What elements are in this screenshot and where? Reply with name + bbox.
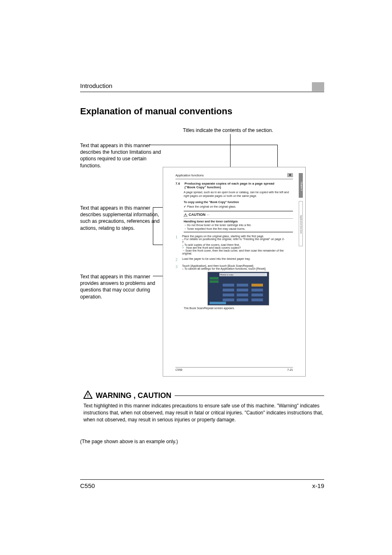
conventions-diagram: Titles indicate the contents of the sect… (80, 127, 324, 382)
sample-section-title: Producing separate copies of each page i… (184, 182, 283, 189)
blue-button (223, 284, 234, 287)
count-label: 1 (265, 273, 266, 276)
svg-text:!: ! (87, 393, 89, 398)
side-tab-section: Application functions (299, 201, 303, 246)
bottom-tabs (210, 302, 226, 304)
callout-supplemental: Text that appears in this manner describ… (80, 205, 162, 231)
example-note: (The page shown above is an example only… (80, 439, 324, 444)
after-screenshot-text: The Book Scan/Repeat screen appears. (184, 307, 293, 310)
arrow-right-icon: → (184, 227, 187, 231)
caution-subtitle: Handling toner and the toner cartridges (184, 220, 293, 223)
blue-button (237, 284, 248, 287)
step1a-text: For details on positioning the original,… (182, 238, 285, 243)
orange-button (251, 284, 263, 287)
blue-button (223, 294, 234, 296)
arrow-right-icon: → (184, 223, 187, 227)
warning-block: ! WARNING , CAUTION Text highlighted in … (83, 391, 324, 423)
page-tab (312, 82, 324, 91)
green-button (210, 277, 219, 280)
page-header: Introduction (80, 82, 324, 92)
horizontal-rule (175, 395, 324, 396)
step-number: 3 (175, 264, 181, 269)
footer-page-number: x-19 (312, 482, 324, 489)
chapter-number-box: 8 (287, 173, 293, 177)
caution-line: Do not throw toner or the toner cartridg… (187, 224, 251, 227)
warning-triangle-icon: ! (83, 391, 92, 401)
sample-footer-left: C550 (175, 368, 182, 371)
warning-title: WARNING , CAUTION (96, 391, 171, 400)
blue-button (251, 294, 263, 296)
leader-line (149, 145, 277, 145)
step1-text: Place the pages on the original glass, s… (182, 235, 264, 238)
footer-model: C550 (80, 482, 95, 489)
callout-answers: Text that appears in this manner provide… (80, 273, 162, 300)
caution-line: Toner expelled from the fire may cause b… (187, 227, 245, 230)
blue-button (223, 298, 234, 301)
blue-button (251, 298, 263, 301)
step1q-text: How are the front and back covers copied… (186, 246, 241, 249)
titles-caption: Titles indicate the contents of the sect… (183, 127, 273, 133)
sample-subhead: To copy using the "Book Copy" function (184, 200, 293, 204)
section-title: Explanation of manual conventions (80, 106, 324, 117)
arrow-right-icon: → (182, 249, 185, 252)
step2-text: Load the paper to be used into the desir… (182, 257, 285, 260)
step-number: 2 (175, 257, 181, 262)
blue-button (223, 289, 234, 291)
svg-text:!: ! (185, 215, 186, 217)
warning-triangle-icon: ! (184, 213, 187, 217)
blue-button (237, 294, 248, 296)
green-button (210, 280, 219, 283)
blue-button (237, 289, 248, 291)
step1ans-text: Scan the front cover, then the back cove… (182, 249, 284, 255)
sample-touchscreen-mock: Ready to copy 1 (208, 272, 269, 305)
callout-functions: Text that appears in this manner describ… (80, 142, 162, 169)
sample-section-number: 7.6 (175, 182, 184, 185)
page-footer: C550 x-19 (80, 479, 324, 489)
sample-check-line: ✔ Place the original on the original gla… (184, 205, 293, 208)
warning-description: Text highlighted in this manner indicate… (83, 402, 324, 423)
step-number: 1 (175, 235, 181, 239)
ready-to-copy-bar: Ready to copy (219, 273, 267, 276)
sample-caution-box: ! CAUTION ← Handling toner and the toner… (184, 211, 293, 232)
arrow-left-icon: ← (207, 213, 210, 217)
step1b-text: To add copies of the covers, load them f… (184, 243, 240, 246)
side-tab-chapter: Chapter 8 (299, 173, 303, 198)
sample-header-text: Application functions (175, 173, 204, 177)
sample-body-text: A page spread, such as in an open book o… (184, 190, 293, 198)
question-mark-icon: ? (182, 246, 186, 249)
sample-manual-page: Chapter 8 Application functions Applicat… (163, 167, 306, 377)
caution-label: CAUTION (189, 213, 205, 217)
leader-line (153, 207, 153, 245)
step3a-text: To cancel all settings for the Applicati… (184, 267, 266, 270)
step3-text: Touch [Application], and then touch [Boo… (182, 264, 254, 267)
blue-button (251, 289, 263, 291)
blue-button (237, 298, 248, 301)
sample-footer-right: 7-21 (287, 368, 293, 371)
